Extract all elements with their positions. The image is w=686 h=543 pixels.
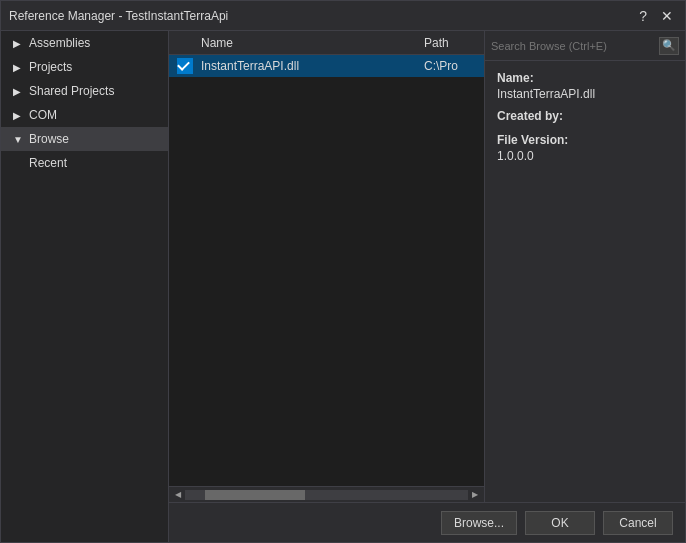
search-row: 🔍 [485,31,685,61]
browse-arrow-icon: ▼ [13,134,25,145]
h-scrollbar-thumb [205,490,305,500]
sidebar-item-label-assemblies: Assemblies [29,36,90,50]
sidebar-item-projects[interactable]: ▶ Projects [1,55,168,79]
sidebar-item-label-recent: Recent [29,156,67,170]
info-panel: Name: InstantTerraAPI.dll Created by: Fi… [485,61,685,173]
name-block: Name: InstantTerraAPI.dll [497,71,673,101]
projects-arrow-icon: ▶ [13,62,25,73]
sidebar-item-browse[interactable]: ▼ Browse [1,127,168,151]
file-path: C:\Pro [420,59,480,73]
file-list-header: Name Path [169,31,484,55]
created-by-label: Created by: [497,109,673,123]
browse-button[interactable]: Browse... [441,511,517,535]
scroll-right-arrow[interactable]: ▶ [468,490,482,500]
bottom-bar: Browse... OK Cancel [169,502,685,542]
table-row[interactable]: InstantTerraAPI.dll C:\Pro [169,55,484,77]
file-list-scrollbar: ◀ ▶ [169,486,484,502]
file-list-area: Name Path InstantTerraAPI.dll C:\Pro ◀ [169,31,485,502]
search-input[interactable] [491,40,655,52]
sidebar-item-label-browse: Browse [29,132,69,146]
cancel-button[interactable]: Cancel [603,511,673,535]
com-arrow-icon: ▶ [13,110,25,121]
content-area: ▶ Assemblies▶ Projects▶ Shared Projects▶… [1,31,685,542]
main-panel: Name Path InstantTerraAPI.dll C:\Pro ◀ [169,31,685,542]
name-label: Name: [497,71,673,85]
ok-button[interactable]: OK [525,511,595,535]
scroll-left-arrow[interactable]: ◀ [171,490,185,500]
created-by-block: Created by: [497,109,673,125]
path-col-header: Path [420,36,480,50]
sidebar-item-assemblies[interactable]: ▶ Assemblies [1,31,168,55]
file-version-block: File Version: 1.0.0.0 [497,133,673,163]
reference-manager-window: Reference Manager - TestInstantTerraApi … [0,0,686,543]
shared-projects-arrow-icon: ▶ [13,86,25,97]
sidebar-item-recent[interactable]: Recent [1,151,168,175]
file-checkbox[interactable] [177,58,193,74]
file-name: InstantTerraAPI.dll [197,59,420,73]
main-top: Name Path InstantTerraAPI.dll C:\Pro ◀ [169,31,685,502]
name-col-header: Name [197,36,420,50]
close-button[interactable]: ✕ [657,9,677,23]
help-button[interactable]: ? [635,9,651,23]
sidebar-item-shared-projects[interactable]: ▶ Shared Projects [1,79,168,103]
window-title: Reference Manager - TestInstantTerraApi [9,9,228,23]
sidebar-item-label-shared-projects: Shared Projects [29,84,114,98]
sidebar-item-label-projects: Projects [29,60,72,74]
top-right-panel: 🔍 Name: InstantTerraAPI.dll Created by: [485,31,685,502]
file-version-value: 1.0.0.0 [497,149,673,163]
sidebar-item-com[interactable]: ▶ COM [1,103,168,127]
file-list-scroll: InstantTerraAPI.dll C:\Pro [169,55,484,486]
assemblies-arrow-icon: ▶ [13,38,25,49]
file-version-label: File Version: [497,133,673,147]
title-buttons: ? ✕ [635,9,677,23]
h-scrollbar-track[interactable] [185,490,468,500]
sidebar-item-label-com: COM [29,108,57,122]
title-bar: Reference Manager - TestInstantTerraApi … [1,1,685,31]
search-button[interactable]: 🔍 [659,37,679,55]
name-value: InstantTerraAPI.dll [497,87,673,101]
sidebar: ▶ Assemblies▶ Projects▶ Shared Projects▶… [1,31,169,542]
